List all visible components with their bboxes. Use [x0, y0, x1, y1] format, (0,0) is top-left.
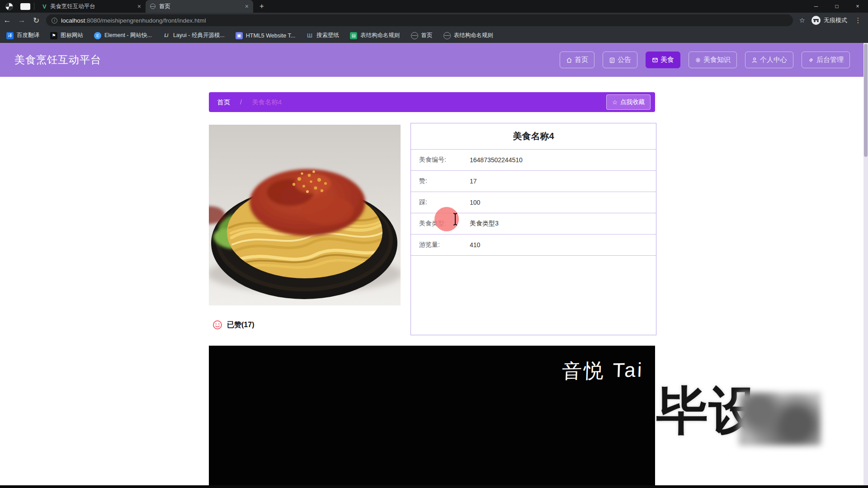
- browser-toolbar: ← → ↻ i localhost:8080/meishipengrenhudo…: [0, 13, 868, 28]
- nav-food-knowledge[interactable]: 美食知识: [689, 52, 737, 68]
- bookmark-layui[interactable]: Li Layui - 经典开源模...: [163, 32, 225, 39]
- bookmark-homepage[interactable]: 首页: [411, 32, 433, 39]
- baidu-translate-icon: 译: [6, 32, 14, 39]
- nav-personal-center[interactable]: 个人中心: [745, 52, 793, 68]
- smiley-icon: [212, 320, 222, 330]
- site-header: 美食烹饪互动平台 首页 公告 美食 美食知识 个人中心: [0, 43, 868, 77]
- bookmark-table-naming[interactable]: ▤ 表结构命名规则: [350, 32, 400, 39]
- globe-favicon-icon: [150, 4, 156, 9]
- spreadsheet-icon: ▤: [350, 32, 357, 39]
- breadcrumb: 首页 / 美食名称4 ☆ 点我收藏: [209, 92, 655, 112]
- url-path: :8080/meishipengrenhudong/front/index.ht…: [85, 17, 206, 24]
- tab-home-active[interactable]: 首页 ×: [146, 0, 253, 13]
- tab-bar: V 美食烹饪互动平台 × 首页 × + ─ □ ×: [0, 0, 868, 13]
- maximize-button[interactable]: □: [826, 0, 847, 13]
- row-label: 赞:: [411, 177, 470, 185]
- bookmark-star-icon[interactable]: ☆: [799, 16, 805, 24]
- table-row: 美食编号: 164873502244510: [411, 150, 656, 171]
- flag-icon: ⚑: [50, 32, 57, 39]
- globe-icon: [443, 32, 451, 39]
- row-value: 17: [470, 178, 477, 185]
- tab-close-icon[interactable]: ×: [245, 3, 249, 9]
- close-window-button[interactable]: ×: [847, 0, 868, 13]
- breadcrumb-home-link[interactable]: 首页: [217, 98, 230, 107]
- divider: [34, 3, 34, 10]
- back-button[interactable]: ←: [0, 16, 14, 25]
- row-value: 美食类型3: [470, 220, 499, 228]
- bookmark-label: 首页: [421, 32, 433, 39]
- incognito-label: 无痕模式: [824, 16, 847, 24]
- bookmark-table-naming-2[interactable]: 表结构命名规则: [443, 32, 494, 39]
- url-text[interactable]: localhost:8080/meishipengrenhudong/front…: [61, 17, 206, 24]
- vue-logo-icon: V: [42, 3, 47, 10]
- nav-food[interactable]: 美食: [646, 52, 680, 68]
- page-scrollbar[interactable]: [863, 43, 868, 488]
- bookmarks-bar: 译 百度翻译 ⚑ 图标网站 E Element - 网站快... Li Layu…: [0, 28, 868, 43]
- table-row: 游览量: 410: [411, 235, 656, 256]
- video-player[interactable]: 音悦 Tai: [209, 346, 655, 488]
- favorite-label: 点我收藏: [620, 98, 645, 106]
- bookmark-label: Element - 网站快...: [104, 32, 152, 39]
- address-bar[interactable]: i localhost:8080/meishipengrenhudong/fro…: [46, 14, 793, 26]
- globe-icon: [411, 32, 418, 39]
- nav-admin[interactable]: 后台管理: [802, 52, 850, 68]
- bookmark-label: 图标网站: [61, 32, 83, 39]
- nav-announcements[interactable]: 公告: [603, 52, 637, 68]
- spaghetti-image: [209, 125, 401, 305]
- reload-button[interactable]: ↻: [29, 16, 43, 25]
- window-controls: ─ □ ×: [806, 0, 868, 13]
- like-status-row[interactable]: 已赞(17): [212, 320, 254, 330]
- bookmark-baidu-translate[interactable]: 译 百度翻译: [6, 32, 39, 39]
- nav-label: 首页: [575, 56, 588, 64]
- bookmark-label: 表结构命名规则: [360, 32, 400, 39]
- tab-meishi-platform[interactable]: V 美食烹饪互动平台 ×: [38, 0, 146, 13]
- food-name-title: 美食名称4: [411, 123, 656, 150]
- notice-icon: [609, 57, 615, 63]
- bookmark-wallpaper-search[interactable]: Ш 搜索壁纸: [306, 32, 339, 39]
- bookmark-html5-template[interactable]: ▣ HTML5 Website T...: [236, 32, 295, 39]
- minimize-button[interactable]: ─: [806, 0, 826, 13]
- url-host: localhost: [61, 17, 85, 24]
- row-label: 游览量:: [411, 241, 470, 249]
- forward-button[interactable]: →: [14, 16, 29, 25]
- knowledge-icon: [695, 57, 701, 63]
- text-cursor-icon: [452, 212, 459, 226]
- nav-label: 美食: [660, 56, 674, 64]
- incognito-indicator: 无痕模式: [811, 16, 847, 25]
- new-tab-button[interactable]: +: [259, 2, 264, 11]
- tab-title: 美食烹饪互动平台: [50, 3, 134, 10]
- star-icon: ☆: [612, 99, 618, 106]
- blurred-watermark-region: [739, 392, 821, 446]
- breadcrumb-current: 美食名称4: [252, 98, 282, 107]
- bookmark-element[interactable]: E Element - 网站快...: [94, 32, 152, 39]
- site-title: 美食烹饪互动平台: [14, 53, 101, 67]
- incognito-icon: [811, 16, 821, 25]
- row-label: 踩:: [411, 198, 470, 206]
- bookmark-icon-site[interactable]: ⚑ 图标网站: [50, 32, 83, 39]
- tab-title: 首页: [159, 3, 241, 10]
- table-row: 赞: 17: [411, 171, 656, 192]
- html5-icon: ▣: [236, 32, 243, 39]
- tab-close-icon[interactable]: ×: [137, 3, 141, 9]
- breadcrumb-separator: /: [240, 99, 242, 106]
- bookmark-label: HTML5 Website T...: [246, 33, 295, 39]
- tab-search-button[interactable]: [20, 3, 30, 10]
- element-ui-icon: E: [94, 32, 101, 39]
- bookmark-label: 百度翻译: [17, 32, 39, 39]
- food-photo: [209, 125, 401, 305]
- layui-icon: Li: [163, 32, 170, 39]
- favorite-button[interactable]: ☆ 点我收藏: [606, 94, 651, 110]
- row-value: 164873502244510: [470, 156, 523, 164]
- browser-logo-icon: [5, 3, 13, 10]
- like-count-text: 已赞(17): [227, 320, 254, 330]
- nav-label: 美食知识: [703, 56, 731, 64]
- scrollbar-thumb[interactable]: [864, 44, 868, 157]
- nav-label: 公告: [618, 56, 631, 64]
- nav-home[interactable]: 首页: [560, 52, 594, 68]
- user-icon: [751, 57, 758, 63]
- main-nav: 首页 公告 美食 美食知识 个人中心 后台管理: [560, 52, 850, 68]
- page-info-icon[interactable]: i: [52, 18, 57, 23]
- row-label: 美食编号:: [411, 156, 470, 164]
- bookmark-label: Layui - 经典开源模...: [173, 32, 225, 39]
- menu-dots-icon[interactable]: ⋮: [854, 16, 863, 24]
